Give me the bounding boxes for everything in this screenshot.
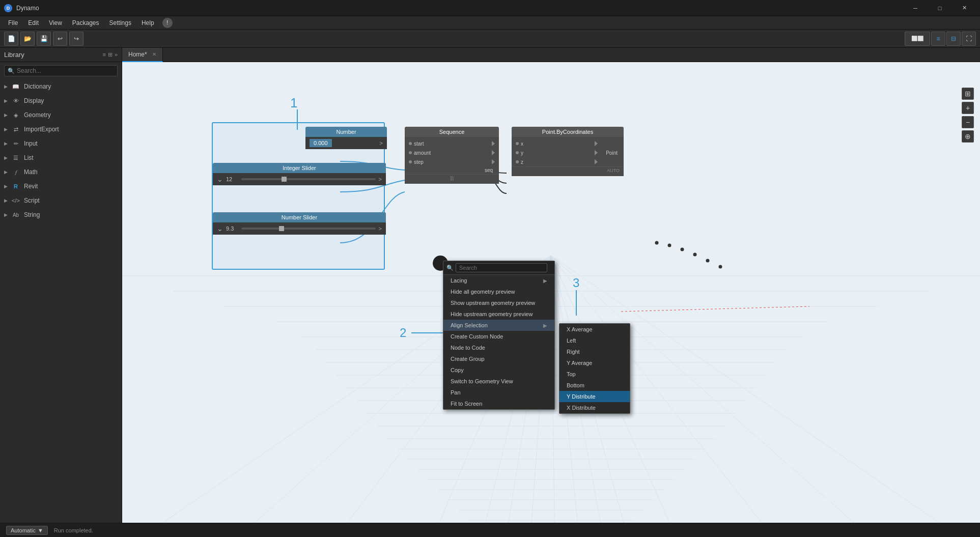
sub-bottom[interactable]: Bottom (559, 380, 630, 391)
dropdown-arrow-icon: ▼ (38, 527, 43, 533)
slider-down-icon[interactable]: ⌄ (217, 224, 223, 233)
expand-icon[interactable]: » (115, 51, 118, 58)
slider-expand[interactable]: > (379, 176, 382, 182)
number-value[interactable]: 0.000 (310, 139, 332, 147)
sub-right[interactable]: Right (559, 346, 630, 357)
ctx-node-to-code[interactable]: Node to Code (443, 342, 554, 353)
run-mode-selector[interactable]: Automatic ▼ (6, 526, 48, 535)
view-button-1[interactable]: ≡ (931, 32, 945, 46)
integer-slider-track[interactable] (241, 178, 376, 180)
ctx-hide-upstream[interactable]: Hide upstream geometry preview (443, 308, 554, 320)
ctx-fit-screen[interactable]: Fit to Screen (443, 398, 554, 409)
sub-y-average[interactable]: Y Average (559, 357, 630, 369)
sub-left[interactable]: Left (559, 335, 630, 346)
zoom-controls: ⊞ + − ⊕ (962, 88, 974, 143)
save-button[interactable]: 💾 (37, 32, 51, 46)
port-dot (516, 142, 519, 145)
ctx-show-upstream[interactable]: Show upstream geometry preview (443, 297, 554, 308)
string-icon: Ab (12, 211, 20, 219)
tab-close-icon[interactable]: ✕ (152, 51, 156, 57)
port-arrow (595, 159, 598, 164)
sub-x-distribute[interactable]: X Distribute (559, 402, 630, 413)
layout-button[interactable]: ⬜⬜ (905, 32, 930, 46)
main-layout: Library ≡ ⊞ » 🔍 ▶ 📖 Dictionary ▶ 👁 Displ… (0, 48, 980, 523)
ctx-create-custom-node[interactable]: Create Custom Node (443, 331, 554, 342)
search-box[interactable]: 🔍 (4, 65, 118, 76)
sidebar-item-script[interactable]: ▶ </> Script (0, 193, 122, 208)
annotation-3-line (576, 290, 577, 316)
integer-slider-thumb[interactable] (282, 177, 287, 182)
zoom-in-button[interactable]: + (962, 102, 974, 114)
ctx-lacing[interactable]: Lacing ▶ (443, 275, 554, 286)
sub-top[interactable]: Top (559, 369, 630, 380)
ctx-switch-geo-view[interactable]: Switch to Geometry View (443, 376, 554, 387)
grid-view-icon[interactable]: ⊞ (108, 51, 113, 58)
reset-zoom-button[interactable]: ⊕ (962, 130, 974, 143)
view-button-2[interactable]: ⊟ (946, 32, 961, 46)
number-slider-track[interactable] (241, 228, 376, 230)
script-icon: </> (12, 196, 20, 205)
tab-home[interactable]: Home* ✕ (122, 48, 163, 62)
number-slider-thumb[interactable] (279, 226, 284, 231)
menu-file[interactable]: File (4, 18, 22, 27)
svg-point-41 (681, 248, 684, 251)
fullscreen-button[interactable]: ⛶ (962, 32, 976, 46)
close-button[interactable]: ✕ (953, 0, 976, 16)
port-arrow (492, 150, 495, 155)
new-button[interactable]: 📄 (4, 32, 18, 46)
ctx-align-selection[interactable]: Align Selection ▶ (443, 320, 554, 331)
annotation-3: 3 (573, 276, 579, 316)
help-icon-button[interactable]: ! (162, 18, 173, 28)
sidebar-item-revit[interactable]: ▶ R Revit (0, 179, 122, 193)
node-sequence[interactable]: Sequence start amount step (405, 127, 499, 184)
sidebar-item-dictionary[interactable]: ▶ 📖 Dictionary (0, 79, 122, 94)
node-number-body: 0.000 > (305, 137, 387, 149)
geometry-icon: ◈ (12, 111, 20, 119)
undo-button[interactable]: ↩ (53, 32, 67, 46)
zoom-out-button[interactable]: − (962, 116, 974, 128)
point-port-x: x (512, 139, 602, 148)
slider-down-icon[interactable]: ⌄ (217, 175, 223, 183)
sidebar-item-math[interactable]: ▶ 𝑓 Math (0, 165, 122, 179)
context-search-input[interactable] (456, 263, 547, 272)
node-number[interactable]: Number 0.000 > (305, 127, 387, 149)
slider-expand[interactable]: > (379, 225, 382, 232)
menu-packages[interactable]: Packages (68, 18, 103, 27)
ctx-pan[interactable]: Pan (443, 387, 554, 398)
sequence-port-amount: amount (405, 148, 499, 157)
svg-line-45 (621, 306, 809, 312)
ctx-copy[interactable]: Copy (443, 364, 554, 376)
node-integer-slider[interactable]: Integer Slider ⌄ 12 > (213, 163, 386, 185)
ctx-hide-geo[interactable]: Hide all geometry preview (443, 286, 554, 297)
library-controls: ≡ ⊞ » (102, 51, 118, 58)
library-search-input[interactable] (17, 67, 114, 74)
sidebar-item-input[interactable]: ▶ ✏ Input (0, 136, 122, 151)
sidebar-item-geometry[interactable]: ▶ ◈ Geometry (0, 108, 122, 122)
node-point-by-coordinates[interactable]: Point.ByCoordinates x y (512, 127, 624, 176)
canvas-area: Home* ✕ (122, 48, 980, 523)
sub-x-average[interactable]: X Average (559, 324, 630, 335)
open-button[interactable]: 📂 (20, 32, 35, 46)
sidebar-item-list[interactable]: ▶ ☰ List (0, 151, 122, 165)
menu-edit[interactable]: Edit (24, 18, 43, 27)
menu-settings[interactable]: Settings (105, 18, 135, 27)
sidebar-item-label: String (24, 211, 40, 218)
run-status-text: Run completed. (54, 527, 93, 533)
node-number-slider[interactable]: Number Slider ⌄ 9.3 > (213, 212, 386, 235)
sub-y-distribute[interactable]: Y Distribute (559, 391, 630, 402)
menu-help[interactable]: Help (137, 18, 158, 27)
sidebar-item-display[interactable]: ▶ 👁 Display (0, 94, 122, 108)
number-expand[interactable]: > (380, 140, 383, 146)
maximize-button[interactable]: □ (928, 0, 951, 16)
point-header: Point.ByCoordinates (512, 127, 624, 137)
redo-button[interactable]: ↪ (69, 32, 83, 46)
canvas[interactable]: 1 Number 0.000 > Integer Slider (122, 62, 980, 523)
sidebar-item-importexport[interactable]: ▶ ⇄ ImportExport (0, 122, 122, 136)
menu-view[interactable]: View (45, 18, 66, 27)
sidebar-item-string[interactable]: ▶ Ab String (0, 208, 122, 222)
minimize-button[interactable]: ─ (904, 0, 927, 16)
fit-zoom-button[interactable]: ⊞ (962, 88, 974, 100)
sidebar-item-label: Display (24, 97, 44, 104)
list-view-icon[interactable]: ≡ (102, 51, 105, 58)
ctx-create-group[interactable]: Create Group (443, 353, 554, 364)
